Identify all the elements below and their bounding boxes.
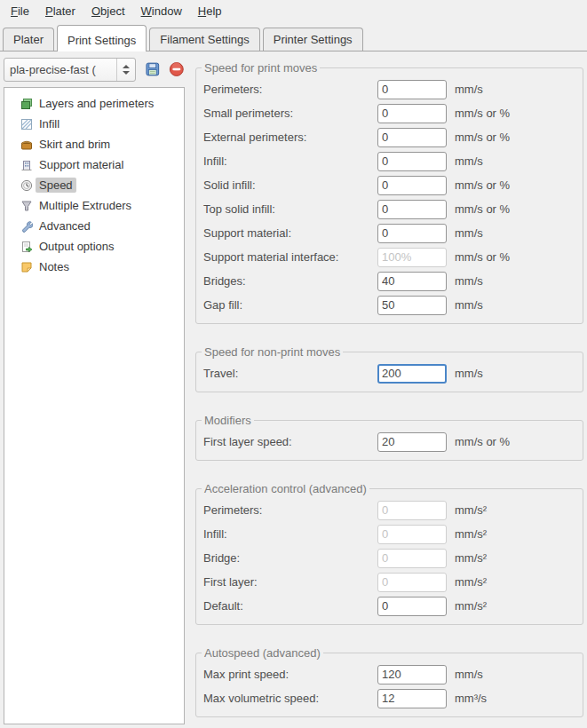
building-icon (20, 159, 33, 171)
layers-icon (20, 98, 33, 110)
gap-fill-input[interactable] (377, 296, 447, 315)
setting-row: Max print speed: mm/s (203, 662, 575, 686)
sidebar-item-skirt-and-brim[interactable]: Skirt and brim (20, 134, 182, 154)
menu-file[interactable]: File (3, 1, 37, 21)
section-title: Modifiers (202, 414, 254, 427)
tab-filament-settings[interactable]: Filament Settings (149, 28, 259, 51)
setting-row: Infill: mm/s² (203, 522, 575, 546)
print-settings-page: pla-precise-fast ( (0, 51, 587, 728)
funnel-icon (20, 200, 33, 212)
first-layer-speed-input[interactable] (377, 432, 447, 452)
section-modifiers: Modifiers First layer speed: mm/s or % (195, 414, 583, 461)
bridges-input[interactable] (377, 272, 447, 291)
section-acceleration-control: Acceleration control (advanced) Perimete… (195, 482, 583, 625)
setting-row: Perimeters: mm/s² (203, 498, 575, 522)
setting-row: First layer: mm/s² (203, 570, 575, 594)
save-preset-icon[interactable] (145, 61, 161, 77)
top-solid-infill-input[interactable] (377, 200, 447, 219)
setting-row: First layer speed: mm/s or % (203, 430, 575, 454)
infill-speed-input[interactable] (377, 152, 447, 171)
infill-icon (20, 118, 33, 131)
section-title: Speed for print moves (202, 61, 320, 75)
output-page-icon (20, 241, 33, 253)
setting-row: Top solid infill: mm/s or % (203, 197, 575, 221)
external-perimeters-input[interactable] (377, 128, 447, 147)
sidebar-item-notes[interactable]: Notes (20, 257, 182, 277)
setting-row: Max volumetric speed: mm³/s (203, 686, 575, 710)
setting-row: Default: mm/s² (203, 594, 575, 618)
setting-row: Bridges: mm/s (203, 269, 575, 293)
support-material-interface-input (377, 248, 447, 267)
menu-bar: File Plater Object Window Help (0, 0, 587, 22)
preset-dropdown-value: pla-precise-fast ( (4, 63, 116, 76)
section-title: Autospeed (advanced) (202, 646, 323, 660)
menu-window[interactable]: Window (133, 1, 190, 21)
setting-row: Travel: mm/s (203, 361, 575, 385)
max-volumetric-speed-input[interactable] (377, 689, 447, 708)
settings-tree: Layers and perimeters Infill Skirt and b… (4, 87, 185, 724)
wrench-icon (20, 220, 33, 233)
tab-print-settings[interactable]: Print Settings (57, 25, 147, 51)
accel-bridge-input (377, 549, 447, 568)
chevron-updown-icon[interactable] (116, 59, 135, 81)
note-icon (20, 261, 33, 273)
setting-row: Bridge: mm/s² (203, 546, 575, 570)
section-speed-non-print-moves: Speed for non-print moves Travel: mm/s (195, 345, 583, 392)
accel-perimeters-input (377, 501, 447, 520)
accel-first-layer-input (377, 573, 447, 592)
menu-help[interactable]: Help (190, 1, 230, 21)
setting-row: Support material: mm/s (203, 221, 575, 245)
setting-row: Infill: mm/s (203, 149, 575, 173)
setting-row: External perimeters: mm/s or % (203, 125, 575, 149)
tab-bar: Plater Print Settings Filament Settings … (0, 22, 587, 51)
section-autospeed: Autospeed (advanced) Max print speed: mm… (195, 646, 583, 717)
delete-preset-icon[interactable] (169, 61, 185, 77)
settings-panel: Speed for print moves Perimeters: mm/s S… (185, 56, 583, 724)
tab-plater[interactable]: Plater (3, 28, 54, 51)
menu-plater[interactable]: Plater (37, 1, 83, 21)
setting-row: Small perimeters: mm/s or % (203, 101, 575, 125)
section-title: Speed for non-print moves (202, 345, 343, 359)
sidebar-item-output-options[interactable]: Output options (20, 236, 182, 257)
sidebar-item-layers-and-perimeters[interactable]: Layers and perimeters (20, 93, 182, 114)
section-speed-print-moves: Speed for print moves Perimeters: mm/s S… (195, 61, 583, 324)
travel-input[interactable] (377, 364, 447, 384)
speedometer-icon (20, 179, 33, 192)
max-print-speed-input[interactable] (377, 665, 447, 684)
sidebar-item-advanced[interactable]: Advanced (20, 216, 182, 236)
sidebar: pla-precise-fast ( (4, 56, 185, 724)
skirt-brim-icon (20, 138, 33, 151)
setting-row: Gap fill: mm/s (203, 293, 575, 317)
setting-row: Support material interface: mm/s or % (203, 245, 575, 269)
accel-default-input[interactable] (377, 597, 447, 616)
setting-row: Solid infill: mm/s or % (203, 173, 575, 197)
preset-toolbar: pla-precise-fast ( (4, 56, 185, 83)
setting-row: Perimeters: mm/s (203, 77, 575, 101)
sidebar-item-infill[interactable]: Infill (20, 114, 182, 134)
solid-infill-input[interactable] (377, 176, 447, 195)
preset-dropdown[interactable]: pla-precise-fast ( (4, 58, 136, 82)
menu-object[interactable]: Object (83, 1, 133, 21)
section-title: Acceleration control (advanced) (202, 482, 369, 495)
tab-printer-settings[interactable]: Printer Settings (263, 28, 363, 51)
small-perimeters-input[interactable] (377, 104, 447, 123)
support-material-speed-input[interactable] (377, 224, 447, 243)
sidebar-item-multiple-extruders[interactable]: Multiple Extruders (20, 195, 182, 216)
sidebar-item-speed[interactable]: Speed (20, 175, 182, 195)
perimeters-input[interactable] (377, 80, 447, 99)
accel-infill-input (377, 525, 447, 544)
sidebar-item-support-material[interactable]: Support material (20, 154, 182, 175)
